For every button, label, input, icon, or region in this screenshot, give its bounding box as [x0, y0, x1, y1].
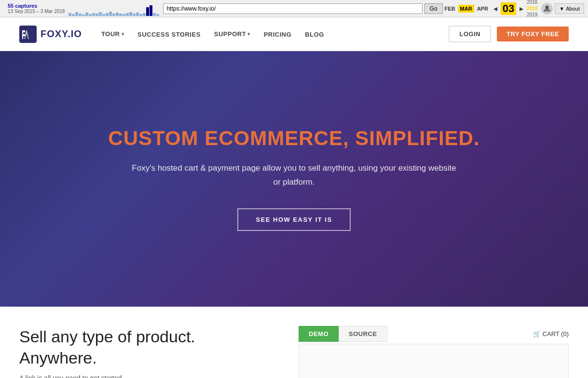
logo-icon [19, 26, 37, 43]
sparkline-bar [112, 14, 115, 16]
nav-link-pricing[interactable]: PRICING [264, 31, 292, 38]
sparkline-bar [72, 14, 75, 16]
cal-month-mar[interactable]: MAR [458, 5, 474, 13]
logo-text: FOXY.IO [41, 28, 82, 40]
nav-item-tour[interactable]: TOUR ▾ [101, 30, 124, 38]
sparkline-bar [89, 14, 92, 16]
sparkline-bar [143, 13, 146, 16]
sparkline-bar [153, 13, 156, 16]
cal-year-2018[interactable]: 2018 [527, 5, 537, 12]
wayback-bar: 55 captures 13 Sep 2015 – 3 Mar 2018 [0, 0, 588, 17]
nav-link-support[interactable]: SUPPORT ▾ [214, 30, 250, 38]
nav-link-tour[interactable]: TOUR ▾ [101, 30, 124, 38]
demo-panel [299, 344, 569, 378]
sparkline-bar [116, 13, 119, 16]
demo-tab-button[interactable]: DEMO [299, 326, 339, 342]
navbar: FOXY.IO TOUR ▾ SUCCESS STORIES SUPPORT ▾… [0, 17, 588, 51]
sparkline-bar [85, 13, 88, 16]
about-label: About [566, 6, 580, 12]
sparkline-bar [75, 12, 78, 16]
svg-rect-1 [19, 26, 37, 43]
hero-cta-button[interactable]: SEE HOW EASY IT IS [237, 208, 350, 231]
cart-indicator[interactable]: 🛒 CART (0) [533, 327, 569, 340]
nav-actions: LOGIN TRY FOXY FREE [449, 26, 569, 42]
wayback-calendar: FEB MAR APR ◄ 03 ► 2016 2018 2019 [443, 0, 538, 18]
wayback-go-button[interactable]: Go [424, 3, 443, 14]
cal-next-arrow[interactable]: ► [517, 5, 526, 13]
below-hero-title: Sell any type of product. Anywhere. [19, 326, 260, 368]
cal-big-date: 03 [501, 2, 516, 15]
below-hero-left: Sell any type of product. Anywhere. A li… [19, 326, 279, 378]
login-button[interactable]: LOGIN [449, 26, 491, 42]
below-hero-area: Sell any type of product. Anywhere. A li… [0, 307, 588, 378]
sparkline-bar [109, 12, 112, 16]
sparkline-bar [126, 13, 129, 16]
about-button[interactable]: ▼ About [555, 3, 584, 14]
nav-item-pricing[interactable]: PRICING [264, 30, 292, 39]
logo-link[interactable]: FOXY.IO [19, 26, 82, 43]
source-tab-button[interactable]: SOURCE [339, 326, 387, 342]
wayback-sparkline [68, 1, 159, 16]
sparkline-bar [129, 12, 132, 16]
captures-count[interactable]: 55 captures [8, 3, 37, 9]
hero-subtitle: Foxy's hosted cart & payment page allow … [130, 162, 458, 189]
hero-title: CUSTOM ECOMMERCE, SIMPLIFIED. [108, 127, 479, 150]
sparkline-bar [68, 13, 71, 16]
nav-item-success[interactable]: SUCCESS STORIES [137, 30, 201, 39]
sparkline-bar [99, 12, 102, 16]
captures-info: 55 captures 13 Sep 2015 – 3 Mar 2018 [8, 3, 65, 14]
hero-section: CUSTOM ECOMMERCE, SIMPLIFIED. Foxy's hos… [0, 51, 588, 307]
sparkline-bar [79, 14, 82, 16]
captures-section: 55 captures 13 Sep 2015 – 3 Mar 2018 [4, 1, 163, 16]
wayback-user-icon[interactable] [541, 3, 553, 14]
cal-prev-arrow[interactable]: ◄ [491, 5, 500, 13]
chevron-down-icon-support: ▾ [247, 31, 250, 37]
sparkline-bar [156, 14, 159, 16]
demo-header: DEMO SOURCE 🛒 CART (0) [299, 326, 569, 342]
nav-label-tour: TOUR [101, 30, 120, 38]
try-foxy-button[interactable]: TRY FOXY FREE [497, 27, 569, 41]
about-triangle-icon: ▼ [559, 6, 564, 12]
nav-link-blog[interactable]: BLOG [305, 31, 324, 38]
nav-item-support[interactable]: SUPPORT ▾ [214, 30, 250, 38]
sparkline-bar [123, 14, 125, 16]
cal-month-feb[interactable]: FEB [443, 5, 457, 13]
sparkline-bar [139, 14, 142, 16]
sparkline-bar [92, 13, 95, 16]
cal-month-apr[interactable]: APR [475, 5, 490, 13]
sparkline-bar [102, 14, 105, 16]
sparkline-bar-highlight [146, 7, 149, 16]
nav-item-blog[interactable]: BLOG [305, 30, 324, 39]
sparkline-bar-highlight [150, 5, 152, 16]
chevron-down-icon: ▾ [122, 31, 124, 37]
sparkline-bar [82, 14, 85, 16]
sparkline-bar [119, 14, 122, 16]
below-hero-right: DEMO SOURCE 🛒 CART (0) [299, 326, 569, 378]
below-hero-desc: A link is all you need to get started. [19, 374, 260, 378]
cal-year-2016[interactable]: 2016 [527, 0, 537, 5]
captures-dates: 13 Sep 2015 – 3 Mar 2018 [8, 9, 65, 14]
cal-date-display: ◄ 03 ► [491, 2, 526, 15]
sparkline-bar [96, 14, 98, 16]
demo-tabs: DEMO SOURCE [299, 326, 387, 342]
nav-link-success[interactable]: SUCCESS STORIES [137, 31, 201, 38]
below-hero-content: Sell any type of product. Anywhere. A li… [19, 326, 569, 378]
nav-links: TOUR ▾ SUCCESS STORIES SUPPORT ▾ PRICING… [101, 30, 449, 39]
sparkline-bar [136, 13, 139, 16]
nav-label-support: SUPPORT [214, 30, 246, 38]
sparkline-bar [106, 13, 109, 16]
wayback-url-input[interactable] [163, 3, 422, 14]
sparkline-bar [133, 14, 136, 16]
